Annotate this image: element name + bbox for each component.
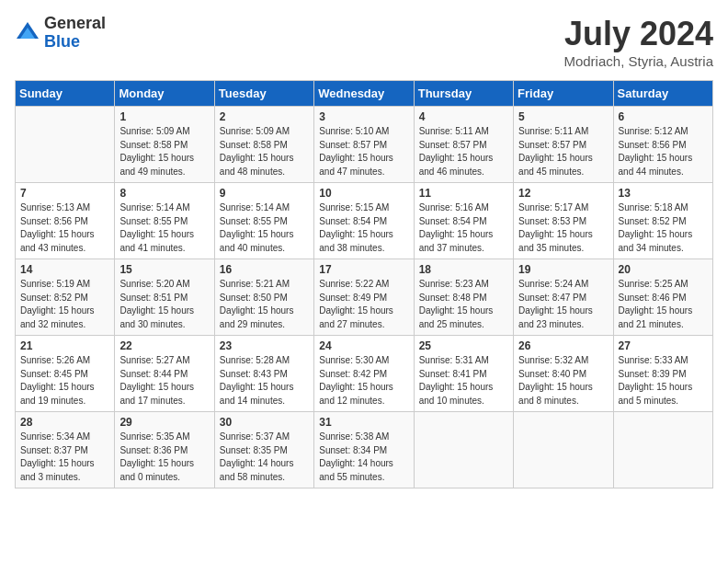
day-info: Sunrise: 5:26 AMSunset: 8:45 PMDaylight:… — [20, 354, 109, 408]
day-info: Sunrise: 5:31 AMSunset: 8:41 PMDaylight:… — [419, 354, 508, 408]
day-number: 24 — [319, 339, 408, 352]
calendar-subtitle: Modriach, Styria, Austria — [563, 53, 713, 69]
day-info: Sunrise: 5:16 AMSunset: 8:54 PMDaylight:… — [419, 201, 508, 255]
day-info: Sunrise: 5:24 AMSunset: 8:47 PMDaylight:… — [518, 278, 608, 331]
calendar-cell: 1Sunrise: 5:09 AMSunset: 8:58 PMDaylight… — [115, 107, 214, 183]
calendar-cell: 5Sunrise: 5:11 AMSunset: 8:57 PMDaylight… — [514, 107, 613, 183]
logo-text: General Blue — [44, 15, 106, 52]
day-info: Sunrise: 5:11 AMSunset: 8:57 PMDaylight:… — [419, 125, 508, 178]
day-number: 19 — [518, 263, 608, 276]
logo-blue: Blue — [44, 33, 106, 52]
calendar-cell: 22Sunrise: 5:27 AMSunset: 8:44 PMDayligh… — [115, 336, 214, 412]
day-info: Sunrise: 5:38 AMSunset: 8:34 PMDaylight:… — [319, 431, 408, 484]
day-number: 26 — [518, 339, 608, 352]
calendar-cell: 15Sunrise: 5:20 AMSunset: 8:51 PMDayligh… — [115, 259, 214, 336]
calendar-cell: 26Sunrise: 5:32 AMSunset: 8:40 PMDayligh… — [514, 336, 613, 412]
day-number: 4 — [419, 110, 508, 123]
day-number: 1 — [119, 110, 209, 123]
calendar-cell: 11Sunrise: 5:16 AMSunset: 8:54 PMDayligh… — [414, 183, 513, 259]
calendar-week-5: 28Sunrise: 5:34 AMSunset: 8:37 PMDayligh… — [16, 412, 713, 488]
calendar-cell: 2Sunrise: 5:09 AMSunset: 8:58 PMDaylight… — [214, 107, 313, 183]
calendar-cell: 28Sunrise: 5:34 AMSunset: 8:37 PMDayligh… — [16, 412, 115, 488]
day-number: 23 — [220, 339, 309, 352]
calendar-table: SundayMondayTuesdayWednesdayThursdayFrid… — [15, 80, 713, 488]
day-info: Sunrise: 5:21 AMSunset: 8:50 PMDaylight:… — [220, 278, 309, 331]
calendar-cell: 24Sunrise: 5:30 AMSunset: 8:42 PMDayligh… — [314, 336, 414, 412]
header-day-friday: Friday — [514, 81, 613, 107]
header-day-saturday: Saturday — [613, 81, 712, 107]
day-number: 8 — [119, 187, 209, 200]
calendar-cell: 31Sunrise: 5:38 AMSunset: 8:34 PMDayligh… — [314, 412, 414, 488]
day-info: Sunrise: 5:11 AMSunset: 8:57 PMDaylight:… — [518, 125, 608, 178]
day-number: 20 — [619, 263, 708, 276]
header-day-thursday: Thursday — [414, 81, 513, 107]
day-info: Sunrise: 5:23 AMSunset: 8:48 PMDaylight:… — [419, 278, 508, 331]
day-info: Sunrise: 5:14 AMSunset: 8:55 PMDaylight:… — [119, 201, 209, 255]
header-day-sunday: Sunday — [16, 81, 115, 107]
calendar-cell: 30Sunrise: 5:37 AMSunset: 8:35 PMDayligh… — [214, 412, 313, 488]
calendar-cell: 27Sunrise: 5:33 AMSunset: 8:39 PMDayligh… — [613, 336, 712, 412]
page-header: General Blue July 2024 Modriach, Styria,… — [15, 15, 713, 69]
day-number: 22 — [119, 339, 209, 352]
calendar-cell: 13Sunrise: 5:18 AMSunset: 8:52 PMDayligh… — [613, 183, 712, 259]
day-number: 30 — [220, 416, 309, 429]
calendar-cell: 12Sunrise: 5:17 AMSunset: 8:53 PMDayligh… — [514, 183, 613, 259]
calendar-cell — [414, 412, 513, 488]
day-number: 10 — [319, 187, 408, 200]
day-number: 29 — [119, 416, 209, 429]
calendar-cell — [613, 412, 712, 488]
day-info: Sunrise: 5:17 AMSunset: 8:53 PMDaylight:… — [518, 201, 608, 255]
calendar-cell: 29Sunrise: 5:35 AMSunset: 8:36 PMDayligh… — [115, 412, 214, 488]
logo: General Blue — [15, 15, 106, 52]
day-info: Sunrise: 5:09 AMSunset: 8:58 PMDaylight:… — [220, 125, 309, 178]
day-number: 2 — [220, 110, 309, 123]
calendar-cell — [514, 412, 613, 488]
logo-icon — [15, 20, 40, 46]
day-info: Sunrise: 5:14 AMSunset: 8:55 PMDaylight:… — [220, 201, 309, 255]
day-number: 16 — [220, 263, 309, 276]
calendar-title: July 2024 — [563, 15, 713, 53]
day-info: Sunrise: 5:37 AMSunset: 8:35 PMDaylight:… — [220, 431, 309, 484]
day-number: 14 — [20, 263, 109, 276]
day-info: Sunrise: 5:25 AMSunset: 8:46 PMDaylight:… — [619, 278, 708, 331]
day-number: 9 — [220, 187, 309, 200]
day-number: 28 — [20, 416, 109, 429]
day-number: 27 — [619, 339, 708, 352]
calendar-cell: 19Sunrise: 5:24 AMSunset: 8:47 PMDayligh… — [514, 259, 613, 336]
calendar-cell: 20Sunrise: 5:25 AMSunset: 8:46 PMDayligh… — [613, 259, 712, 336]
day-number: 21 — [20, 339, 109, 352]
day-number: 3 — [319, 110, 408, 123]
day-info: Sunrise: 5:12 AMSunset: 8:56 PMDaylight:… — [619, 125, 708, 178]
day-info: Sunrise: 5:19 AMSunset: 8:52 PMDaylight:… — [20, 278, 109, 331]
day-info: Sunrise: 5:33 AMSunset: 8:39 PMDaylight:… — [619, 354, 708, 408]
title-block: July 2024 Modriach, Styria, Austria — [563, 15, 713, 69]
day-number: 15 — [119, 263, 209, 276]
calendar-cell: 8Sunrise: 5:14 AMSunset: 8:55 PMDaylight… — [115, 183, 214, 259]
calendar-cell: 3Sunrise: 5:10 AMSunset: 8:57 PMDaylight… — [314, 107, 414, 183]
day-info: Sunrise: 5:35 AMSunset: 8:36 PMDaylight:… — [119, 431, 209, 484]
day-info: Sunrise: 5:34 AMSunset: 8:37 PMDaylight:… — [20, 431, 109, 484]
header-day-wednesday: Wednesday — [314, 81, 414, 107]
day-number: 12 — [518, 187, 608, 200]
header-day-monday: Monday — [115, 81, 214, 107]
calendar-week-4: 21Sunrise: 5:26 AMSunset: 8:45 PMDayligh… — [16, 336, 713, 412]
calendar-cell: 6Sunrise: 5:12 AMSunset: 8:56 PMDaylight… — [613, 107, 712, 183]
day-info: Sunrise: 5:32 AMSunset: 8:40 PMDaylight:… — [518, 354, 608, 408]
day-info: Sunrise: 5:27 AMSunset: 8:44 PMDaylight:… — [119, 354, 209, 408]
day-info: Sunrise: 5:18 AMSunset: 8:52 PMDaylight:… — [619, 201, 708, 255]
day-number: 13 — [619, 187, 708, 200]
calendar-week-2: 7Sunrise: 5:13 AMSunset: 8:56 PMDaylight… — [16, 183, 713, 259]
day-number: 31 — [319, 416, 408, 429]
calendar-cell: 17Sunrise: 5:22 AMSunset: 8:49 PMDayligh… — [314, 259, 414, 336]
day-info: Sunrise: 5:30 AMSunset: 8:42 PMDaylight:… — [319, 354, 408, 408]
day-info: Sunrise: 5:28 AMSunset: 8:43 PMDaylight:… — [220, 354, 309, 408]
calendar-cell: 25Sunrise: 5:31 AMSunset: 8:41 PMDayligh… — [414, 336, 513, 412]
day-info: Sunrise: 5:13 AMSunset: 8:56 PMDaylight:… — [20, 201, 109, 255]
day-number: 25 — [419, 339, 508, 352]
calendar-cell: 10Sunrise: 5:15 AMSunset: 8:54 PMDayligh… — [314, 183, 414, 259]
day-number: 5 — [518, 110, 608, 123]
header-row: SundayMondayTuesdayWednesdayThursdayFrid… — [16, 81, 713, 107]
logo-general: General — [44, 15, 106, 33]
day-info: Sunrise: 5:10 AMSunset: 8:57 PMDaylight:… — [319, 125, 408, 178]
day-info: Sunrise: 5:22 AMSunset: 8:49 PMDaylight:… — [319, 278, 408, 331]
